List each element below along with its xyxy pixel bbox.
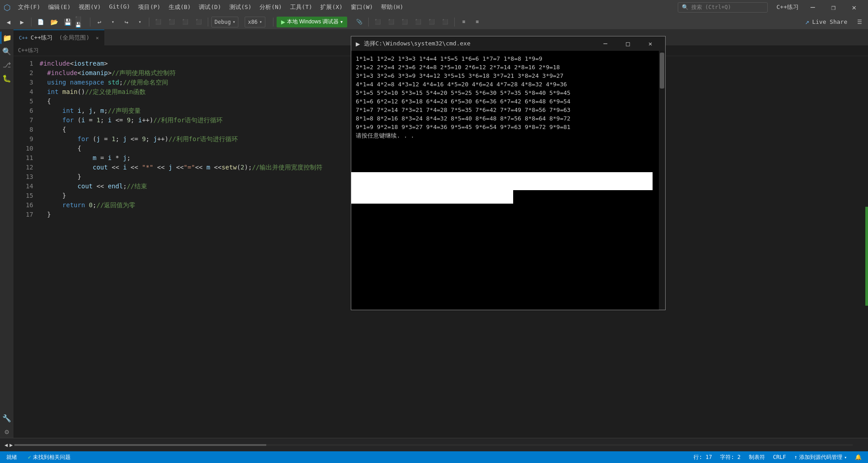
status-row[interactable]: 行: 17 bbox=[692, 454, 714, 461]
status-format[interactable]: 制表符 bbox=[747, 454, 767, 461]
cmd-scroll-thumb[interactable] bbox=[660, 53, 664, 89]
menu-build[interactable]: 生成(B) bbox=[165, 2, 194, 12]
menu-file[interactable]: 文件(F) bbox=[14, 2, 44, 12]
cmd-output-line-3: 3*1=3 3*2=6 3*3=9 3*4=12 3*5=15 3*6=18 3… bbox=[356, 71, 654, 80]
cmd-icon: ▶ bbox=[356, 40, 360, 48]
toolbar-btn-5[interactable]: ⬛ bbox=[152, 16, 164, 28]
status-right: 行: 17 字符: 2 制表符 CRLF ↑ 添加到源代码管理 ▾ 🔔 bbox=[692, 454, 864, 461]
tab-close-icon[interactable]: ✕ bbox=[96, 35, 99, 41]
tab-scope: (全局范围) bbox=[59, 34, 89, 42]
menu-help[interactable]: 帮助(H) bbox=[377, 2, 407, 12]
activity-search[interactable]: 🔍 bbox=[0, 45, 13, 58]
cmd-output-line-9: 9*1=9 9*2=18 9*3=27 9*4=36 9*5=45 9*6=54… bbox=[356, 123, 654, 131]
menu-window[interactable]: 窗口(W) bbox=[347, 2, 376, 12]
liveshare-icon: ↗ bbox=[805, 18, 810, 26]
active-tab[interactable]: C++ C++练习 (全局范围) ✕ bbox=[13, 30, 104, 45]
horizontal-scrollbar-thumb[interactable] bbox=[14, 444, 266, 446]
status-encoding-text: CRLF bbox=[773, 454, 786, 460]
status-source-control[interactable]: ↑ 添加到源代码管理 ▾ bbox=[792, 454, 849, 461]
toolbar-extra-5[interactable]: ⬛ bbox=[426, 16, 438, 28]
toolbar-format-1[interactable]: ≡ bbox=[458, 16, 470, 28]
menu-analyze[interactable]: 分析(N) bbox=[256, 2, 285, 12]
line-num-8: 8 bbox=[18, 125, 33, 134]
scroll-left-icon[interactable]: ◀ bbox=[4, 442, 8, 448]
notification-button[interactable]: 🔔 bbox=[853, 454, 864, 461]
cmd-close[interactable]: ✕ bbox=[640, 37, 661, 50]
menu-project[interactable]: 项目(P) bbox=[134, 2, 164, 12]
toolbar-separator-5 bbox=[273, 18, 273, 27]
menu-git[interactable]: Git(G) bbox=[105, 2, 134, 12]
menu-bar: 文件(F) 编辑(E) 视图(V) Git(G) 项目(P) 生成(B) 调试(… bbox=[14, 2, 678, 12]
cmd-scrollbar[interactable] bbox=[659, 51, 665, 310]
cmd-output-line-8: 8*1=8 8*2=16 8*3=24 8*4=32 8*5=40 8*6=48… bbox=[356, 114, 654, 123]
toolbar-btn-6[interactable]: ⬛ bbox=[166, 16, 178, 28]
menu-tools[interactable]: 工具(T) bbox=[286, 2, 316, 12]
line-num-17: 17 bbox=[18, 210, 33, 219]
scroll-arrows: ◀ ▶ bbox=[4, 442, 13, 448]
platform-label: x86 bbox=[248, 19, 258, 25]
toolbar-btn-7[interactable]: ⬛ bbox=[179, 16, 191, 28]
toolbar-last-btn[interactable]: ☰ bbox=[854, 16, 865, 28]
toolbar-separator-2 bbox=[90, 18, 90, 27]
search-box[interactable]: 🔍 搜索 (Ctrl+Q) bbox=[678, 2, 768, 13]
status-errors[interactable]: ✓ 未找到相关问题 bbox=[26, 454, 72, 461]
status-col-text: 字符: 2 bbox=[720, 454, 741, 461]
upload-icon: ↑ bbox=[794, 454, 797, 460]
toolbar-separator-3 bbox=[149, 18, 149, 27]
cmd-output-line-1: 1*1=1 1*2=2 1*3=3 1*4=4 1*5=5 1*6=6 1*7=… bbox=[356, 54, 654, 63]
activity-source-control[interactable]: ⎇ bbox=[0, 58, 13, 71]
statusbar: 就绪 ✓ 未找到相关问题 行: 17 字符: 2 制表符 CRLF ↑ 添加到源… bbox=[0, 451, 868, 463]
forward-button[interactable]: ▶ bbox=[16, 16, 28, 28]
redo-dropdown[interactable]: ▾ bbox=[134, 16, 146, 28]
restore-button[interactable]: ❐ bbox=[823, 0, 844, 14]
activity-debug[interactable]: 🐛 bbox=[0, 72, 13, 85]
toolbar: ◀ ▶ 📄 📂 💾 ⬛💾 ↩ ▾ ↪ ▾ ⬛ ⬛ ⬛ ⬛ Debug ▾ x86… bbox=[0, 14, 868, 30]
breadcrumb-item: C++练习 bbox=[18, 47, 39, 54]
line-num-5: 5 bbox=[18, 97, 33, 106]
debug-config-arrow: ▾ bbox=[233, 19, 235, 24]
activity-settings[interactable]: ⚙ bbox=[0, 425, 13, 438]
debug-config-dropdown[interactable]: Debug ▾ bbox=[211, 17, 238, 27]
toolbar-format-2[interactable]: ≡ bbox=[471, 16, 483, 28]
activity-bar: 📁 🔍 ⎇ 🐛 🔧 ⚙ bbox=[0, 30, 13, 438]
toolbar-extra-6[interactable]: ⬛ bbox=[439, 16, 451, 28]
minimize-button[interactable]: ─ bbox=[802, 0, 823, 14]
toolbar-extra-2[interactable]: ⬛ bbox=[385, 16, 397, 28]
toolbar-extra-4[interactable]: ⬛ bbox=[412, 16, 424, 28]
cmd-maximize[interactable]: □ bbox=[617, 37, 638, 50]
line-num-11: 11 bbox=[18, 153, 33, 163]
redo-button[interactable]: ↪ bbox=[121, 16, 132, 28]
close-button[interactable]: ✕ bbox=[844, 0, 864, 14]
menu-view[interactable]: 视图(V) bbox=[75, 2, 104, 12]
open-folder-button[interactable]: 📂 bbox=[48, 16, 60, 28]
scroll-right-icon[interactable]: ▶ bbox=[9, 442, 13, 448]
run-button[interactable]: ▶ 本地 Windows 调试器 ▾ bbox=[277, 17, 347, 27]
status-encoding[interactable]: CRLF bbox=[771, 454, 788, 461]
save-button[interactable]: 💾 bbox=[62, 16, 73, 28]
attach-button[interactable]: 📎 bbox=[353, 16, 365, 28]
undo-button[interactable]: ↩ bbox=[94, 16, 105, 28]
green-scroll-indicator[interactable] bbox=[865, 207, 868, 306]
activity-tools[interactable]: 🔧 bbox=[0, 412, 13, 424]
toolbar-btn-8[interactable]: ⬛ bbox=[193, 16, 205, 28]
toolbar-extra-1[interactable]: ⬛ bbox=[372, 16, 384, 28]
liveshare-button[interactable]: ↗ Live Share bbox=[801, 16, 852, 28]
debug-config-label: Debug bbox=[215, 19, 231, 25]
platform-dropdown[interactable]: x86 ▾ bbox=[245, 17, 265, 27]
activity-explorer[interactable]: 📁 bbox=[0, 31, 13, 44]
status-ready[interactable]: 就绪 bbox=[4, 454, 19, 461]
back-button[interactable]: ◀ bbox=[3, 16, 14, 28]
undo-dropdown[interactable]: ▾ bbox=[107, 16, 119, 28]
new-file-button[interactable]: 📄 bbox=[35, 16, 46, 28]
cmd-minimize[interactable]: ─ bbox=[595, 37, 616, 50]
status-source-control-text: 添加到源代码管理 bbox=[799, 454, 842, 461]
menu-edit[interactable]: 编辑(E) bbox=[45, 2, 74, 12]
tab-label: C++练习 bbox=[31, 34, 53, 42]
toolbar-extra-3[interactable]: ⬛ bbox=[399, 16, 411, 28]
menu-test[interactable]: 测试(S) bbox=[226, 2, 255, 12]
menu-extensions[interactable]: 扩展(X) bbox=[317, 2, 346, 12]
status-format-text: 制表符 bbox=[749, 454, 765, 461]
status-col[interactable]: 字符: 2 bbox=[718, 454, 743, 461]
menu-debug[interactable]: 调试(D) bbox=[195, 2, 224, 12]
save-all-button[interactable]: ⬛💾 bbox=[75, 16, 87, 28]
